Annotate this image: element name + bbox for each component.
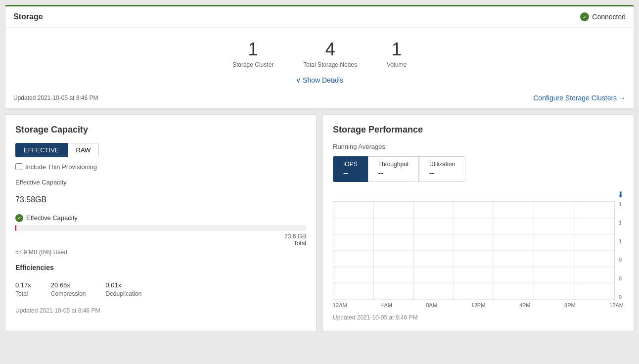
connection-status: ✓ Connected	[580, 12, 626, 21]
chart-canvas	[333, 201, 615, 300]
stat-volume: 1 Volume	[387, 40, 407, 68]
storage-cluster-count: 1	[232, 40, 274, 59]
x-label-6: 12AM	[609, 302, 624, 308]
chart-download-row: ⬇	[333, 190, 624, 199]
efficiency-compression: 20.65x Compression	[51, 277, 86, 297]
x-label-3: 12PM	[471, 302, 486, 308]
perf-tabs: IOPS -- Throughput -- Utilization --	[333, 156, 624, 182]
performance-card-footer: Updated 2021-10-05 at 8:46 PM	[333, 314, 624, 321]
bar-total-value: 73.6 GB	[284, 233, 306, 240]
y-label-2: 1	[619, 238, 622, 244]
efficiency-total: 0.17x Total	[15, 277, 31, 297]
summary-updated-text: Updated 2021-10-05 at 8:46 PM	[13, 94, 98, 101]
top-card-header: Storage ✓ Connected	[5, 6, 634, 28]
bar-total-sub: Total	[284, 240, 306, 247]
top-card: Storage ✓ Connected 1 Storage Cluster 4 …	[5, 5, 634, 108]
configure-storage-clusters-link[interactable]: Configure Storage Clusters →	[533, 94, 626, 102]
connected-icon: ✓	[580, 12, 589, 21]
download-icon[interactable]: ⬇	[617, 190, 624, 199]
show-details-link[interactable]: ∨ Show Details	[296, 76, 343, 84]
perf-tab-iops[interactable]: IOPS --	[333, 156, 368, 182]
efficiency-compression-label: Compression	[51, 290, 86, 297]
efficiencies-section: Efficiencies 0.17x Total 20.65x Compress…	[15, 264, 306, 297]
total-nodes-count: 4	[303, 40, 357, 59]
efficiency-deduplication-value: 0.01x	[106, 277, 142, 290]
volume-label: Volume	[387, 61, 407, 68]
chart-y-axis: 1 1 1 0 0 0	[615, 201, 624, 300]
efficiencies-title: Efficiencies	[15, 264, 306, 272]
perf-tab-throughput-value: --	[378, 169, 409, 178]
bar-labels: 73.6 GB Total	[15, 233, 306, 247]
app-title: Storage	[13, 12, 43, 21]
x-label-2: 8AM	[426, 302, 437, 308]
volume-count: 1	[387, 40, 407, 59]
capacity-number: 73.58	[15, 195, 35, 204]
capacity-label: Effective Capacity	[15, 179, 306, 186]
x-label-0: 12AM	[333, 302, 347, 308]
capacity-unit: GB	[35, 195, 46, 204]
chart-x-axis: 12AM 4AM 8AM 12PM 4PM 8PM 12AM	[333, 300, 624, 308]
thin-provisioning-row: Include Thin Provisioning	[15, 163, 306, 171]
perf-tab-utilization[interactable]: Utilization --	[419, 156, 465, 182]
efficiency-total-value: 0.17x	[15, 277, 31, 290]
stat-storage-cluster: 1 Storage Cluster	[232, 40, 274, 68]
bar-fill	[15, 225, 16, 231]
capacity-value: 73.58GB	[15, 188, 306, 206]
efficiency-deduplication: 0.01x Deduplication	[106, 277, 142, 297]
bar-label: Effective Capacity	[26, 214, 78, 222]
capacity-bar-header: ✓ Effective Capacity	[15, 214, 306, 222]
efficiencies-row: 0.17x Total 20.65x Compression 0.01x	[15, 277, 306, 297]
y-label-3: 0	[619, 257, 622, 263]
capacity-bar-section: ✓ Effective Capacity 73.6 GB Total 57.9 …	[15, 214, 306, 256]
capacity-tab-group: EFFECTIVE RAW	[15, 143, 306, 157]
running-averages-label: Running Averages	[333, 143, 624, 150]
stat-total-nodes: 4 Total Storage Nodes	[303, 40, 357, 68]
used-label: 57.9 MB (0%) Used	[15, 249, 306, 256]
thin-provisioning-checkbox[interactable]	[15, 163, 22, 170]
storage-capacity-title: Storage Capacity	[15, 125, 306, 135]
bar-total: 73.6 GB Total	[284, 233, 306, 247]
storage-capacity-card: Storage Capacity EFFECTIVE RAW Include T…	[5, 114, 317, 331]
bar-check-icon: ✓	[15, 214, 23, 222]
total-nodes-label: Total Storage Nodes	[303, 61, 357, 68]
capacity-bar	[15, 225, 306, 231]
storage-cluster-label: Storage Cluster	[232, 61, 274, 68]
perf-tab-utilization-value: --	[429, 169, 455, 178]
show-details-row: ∨ Show Details	[5, 72, 634, 88]
y-label-0: 1	[619, 201, 622, 207]
efficiency-total-label: Total	[15, 290, 31, 297]
storage-performance-card: Storage Performance Running Averages IOP…	[322, 114, 634, 331]
perf-tab-iops-label: IOPS	[343, 161, 358, 168]
efficiency-compression-value: 20.65x	[51, 277, 86, 290]
chart-area: ⬇	[333, 190, 624, 308]
storage-performance-title: Storage Performance	[333, 125, 624, 135]
chart-wrapper: 1 1 1 0 0 0	[333, 201, 624, 300]
x-label-5: 8PM	[564, 302, 576, 308]
capacity-card-footer: Updated 2021-10-05 at 8:46 PM	[15, 307, 306, 314]
stats-row: 1 Storage Cluster 4 Total Storage Nodes …	[5, 28, 634, 72]
thin-provisioning-label: Include Thin Provisioning	[25, 163, 97, 171]
perf-tab-utilization-label: Utilization	[429, 161, 455, 168]
tab-effective[interactable]: EFFECTIVE	[15, 143, 68, 157]
x-label-4: 4PM	[519, 302, 531, 308]
perf-tab-throughput-label: Throughput	[378, 161, 409, 168]
x-label-1: 4AM	[381, 302, 392, 308]
tab-raw[interactable]: RAW	[68, 143, 99, 157]
perf-tab-throughput[interactable]: Throughput --	[368, 156, 419, 182]
bottom-row: Storage Capacity EFFECTIVE RAW Include T…	[5, 114, 634, 331]
efficiency-deduplication-label: Deduplication	[106, 290, 142, 297]
y-label-4: 0	[619, 275, 622, 281]
chart-svg	[333, 202, 614, 300]
connection-status-label: Connected	[592, 13, 626, 21]
y-label-5: 0	[619, 294, 622, 300]
perf-tab-iops-value: --	[343, 169, 358, 178]
y-label-1: 1	[619, 220, 622, 226]
top-card-footer: Updated 2021-10-05 at 8:46 PM Configure …	[5, 88, 634, 108]
